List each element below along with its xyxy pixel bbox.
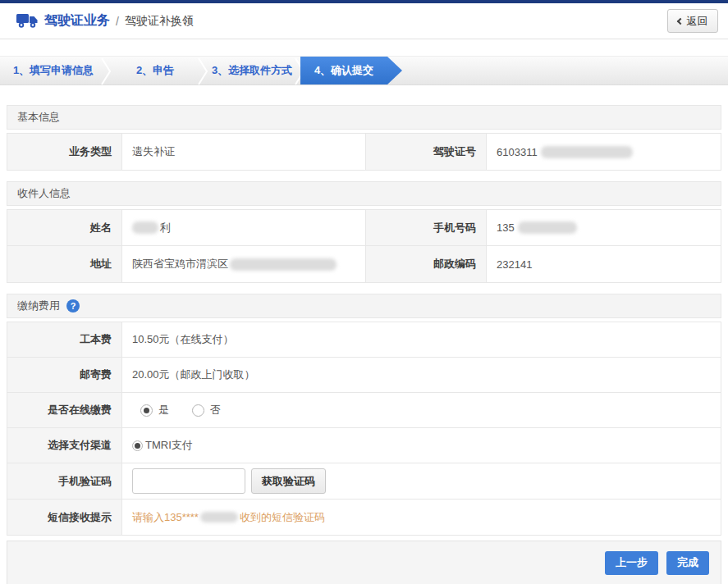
business-type-label: 业务类型 [7, 134, 122, 170]
captcha-controls: 获取验证码 [122, 463, 721, 499]
step-tab-3[interactable]: 3、选择取件方式 [204, 57, 300, 84]
postcode-label: 邮政编码 [366, 246, 487, 282]
mobile-value: 135 [487, 210, 721, 245]
chevron-left-icon [676, 17, 683, 24]
sms-tip-label: 短信接收提示 [7, 500, 122, 535]
table-row: 短信接收提示 请输入135**** 收到的短信验证码 [7, 500, 721, 535]
page-title: 驾驶证业务 [44, 12, 110, 30]
recipient-info-table: 姓名 利 手机号码 135 地址 陕西省宝鸡市渭滨区 邮政编码 [7, 209, 721, 283]
section-header-basic-info: 基本信息 [7, 105, 721, 130]
step-tab-4-label: 4、确认提交 [314, 63, 373, 78]
postcode-value: 232141 [487, 246, 721, 282]
back-button[interactable]: 返回 [667, 9, 718, 33]
radio-option-tmri: TMRI支付 [132, 438, 193, 453]
step-tab-4-active[interactable]: 4、确认提交 [300, 57, 402, 84]
previous-step-button[interactable]: 上一步 [605, 551, 658, 575]
radio-yes[interactable] [140, 404, 153, 417]
basic-info-table: 业务类型 遗失补证 驾驶证号 6103311 [7, 133, 721, 171]
help-icon[interactable]: ? [66, 299, 80, 313]
redacted-blur [230, 258, 337, 271]
address-value: 陕西省宝鸡市渭滨区 [122, 246, 366, 282]
mailing-fee-label: 邮寄费 [7, 358, 122, 392]
section-header-fees: 缴纳费用 ? [7, 294, 721, 318]
name-value: 利 [122, 210, 366, 245]
table-row: 手机验证码 获取验证码 [7, 463, 721, 500]
step-tab-1-label: 1、填写申请信息 [13, 63, 94, 78]
table-row: 姓名 利 手机号码 135 [7, 210, 721, 246]
radio-tmri-label: TMRI支付 [145, 438, 193, 453]
radio-no-label: 否 [210, 403, 221, 417]
business-type-value: 遗失补证 [122, 134, 366, 170]
table-row: 选择支付渠道 TMRI支付 [7, 428, 721, 463]
section-title-basic: 基本信息 [17, 110, 60, 125]
payment-channel-label: 选择支付渠道 [7, 428, 122, 463]
action-bar: 上一步 完成 [7, 541, 721, 584]
back-button-label: 返回 [687, 14, 708, 29]
production-fee-label: 工本费 [7, 322, 122, 357]
redacted-blur [541, 146, 633, 158]
page-subtitle: 驾驶证补换领 [125, 14, 194, 29]
radio-tmri[interactable] [132, 440, 143, 451]
redacted-blur [518, 221, 577, 234]
step-tab-2-label: 2、申告 [136, 63, 174, 78]
license-no-value: 6103311 [487, 134, 721, 170]
section-title-recipient: 收件人信息 [17, 186, 71, 201]
payment-channel-options: TMRI支付 [122, 428, 721, 463]
mobile-label: 手机号码 [366, 210, 487, 245]
table-row: 业务类型 遗失补证 驾驶证号 6103311 [7, 134, 721, 170]
radio-option-yes: 是 [140, 403, 169, 417]
step-wizard: 1、填写申请信息 2、申告 3、选择取件方式 4、确认提交 [0, 56, 728, 85]
online-pay-label: 是否在线缴费 [7, 393, 122, 427]
section-title-fees: 缴纳费用 [17, 299, 60, 313]
table-row: 邮寄费 20.00元（邮政上门收取） [7, 358, 721, 393]
get-captcha-button[interactable]: 获取验证码 [251, 468, 326, 494]
table-row: 是否在线缴费 是 否 [7, 393, 721, 428]
main-content: 基本信息 业务类型 遗失补证 驾驶证号 6103311 收件人信息 姓名 [7, 105, 721, 584]
section-header-recipient-info: 收件人信息 [7, 181, 721, 206]
redacted-blur [200, 512, 238, 522]
radio-option-no: 否 [192, 403, 221, 417]
finish-button[interactable]: 完成 [666, 551, 709, 575]
fees-table: 工本费 10.50元（在线支付） 邮寄费 20.00元（邮政上门收取） 是否在线… [7, 322, 721, 536]
license-no-label: 驾驶证号 [366, 134, 487, 170]
header: 驾驶证业务 / 驾驶证补换领 返回 [0, 3, 728, 39]
redacted-blur [132, 221, 158, 234]
breadcrumb-separator: / [116, 15, 119, 28]
address-label: 地址 [7, 246, 122, 282]
step-tab-2[interactable]: 2、申告 [107, 57, 204, 84]
online-pay-options: 是 否 [122, 393, 721, 427]
breadcrumb: 驾驶证业务 / 驾驶证补换领 [16, 12, 194, 30]
sms-tip-value: 请输入135**** 收到的短信验证码 [122, 500, 721, 535]
table-row: 地址 陕西省宝鸡市渭滨区 邮政编码 232141 [7, 246, 721, 282]
truck-icon [16, 13, 39, 29]
captcha-label: 手机验证码 [7, 463, 122, 499]
radio-no[interactable] [192, 404, 204, 417]
step-tab-3-label: 3、选择取件方式 [212, 63, 292, 78]
radio-yes-label: 是 [158, 403, 169, 417]
name-label: 姓名 [7, 210, 122, 245]
table-row: 工本费 10.50元（在线支付） [7, 322, 721, 358]
page: 驾驶证业务 / 驾驶证补换领 返回 1、填写申请信息 2、申告 3、选择取件方式 [0, 0, 728, 584]
captcha-input[interactable] [132, 468, 245, 494]
mailing-fee-value: 20.00元（邮政上门收取） [122, 358, 721, 392]
step-tab-1[interactable]: 1、填写申请信息 [0, 57, 107, 84]
production-fee-value: 10.50元（在线支付） [122, 322, 721, 357]
